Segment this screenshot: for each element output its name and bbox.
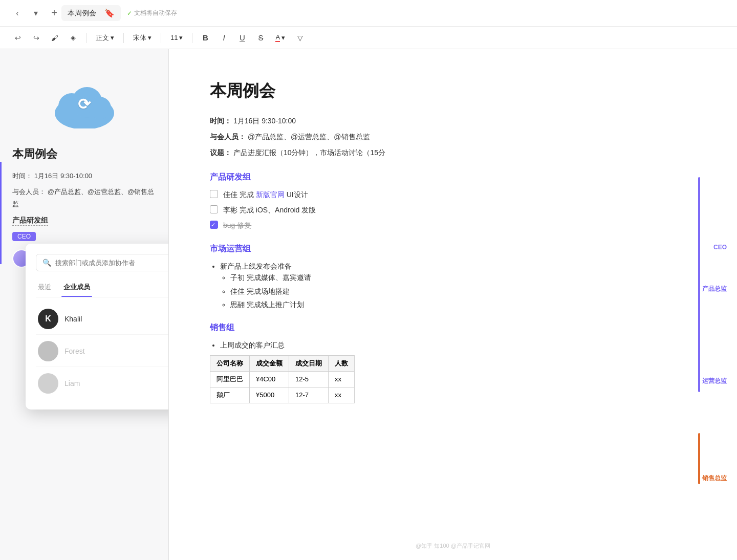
- member-name-khalil: Khalil: [64, 315, 82, 323]
- table-header-count: 人数: [329, 355, 355, 371]
- font-size-dropdown[interactable]: 11 ▾: [166, 32, 187, 44]
- toolbar-left-nav: ‹ ▾ +: [10, 6, 61, 20]
- italic-button[interactable]: I: [216, 30, 231, 46]
- member-name-liam: Liam: [64, 379, 80, 387]
- attendees-strong: 与会人员：: [210, 133, 246, 141]
- format-toolbar: ↩ ↪ 🖌 ◈ 正文 ▾ 宋体 ▾ 11 ▾ B I U S A ▾ ▽: [0, 27, 737, 49]
- left-panel: ⟳ 本周例会 时间： 1月16日 9:30-10:00 与会人员： @产品总监、…: [0, 49, 169, 560]
- clear-format-button[interactable]: ◈: [66, 30, 81, 46]
- font-color-button[interactable]: A ▾: [271, 31, 289, 44]
- section-market: 市场运营组: [210, 244, 696, 254]
- search-input[interactable]: [55, 259, 168, 267]
- link-text[interactable]: 新版官网: [256, 190, 285, 199]
- doc-attendees-line: 与会人员： @产品总监、@运营总监、@销售总监: [210, 131, 696, 143]
- td-date-2: 12-7: [289, 387, 329, 403]
- dropdown-arrow-icon: ▾: [111, 34, 114, 41]
- agenda-strong: 议题：: [210, 148, 231, 157]
- task-text-3: bug 修复: [223, 220, 251, 231]
- purple-bar: [698, 177, 700, 356]
- tab-enterprise-members[interactable]: 企业成员: [61, 279, 92, 297]
- doc-time-value: 1月16日 9:30-10:00: [233, 117, 296, 125]
- ceo-badge: CEO: [12, 232, 36, 241]
- doc-main-title: 本周例会: [210, 80, 696, 102]
- td-count-1: xx: [329, 371, 355, 387]
- sales-bullet-1: 上周成交的客户汇总: [220, 339, 696, 351]
- td-count-2: xx: [329, 387, 355, 403]
- check-circle-icon: ✓: [127, 10, 132, 17]
- add-tab-button[interactable]: +: [47, 6, 61, 20]
- underline-button[interactable]: U: [234, 30, 250, 46]
- td-company-2: 鹅厂: [210, 387, 250, 403]
- member-item-khalil[interactable]: K Khalil: [36, 304, 168, 335]
- doc-agenda-value: 产品进度汇报（10分钟），市场活动讨论（15分: [233, 148, 385, 157]
- divider-4: [192, 33, 192, 43]
- task-item-1: 佳佳 完成 新版官网 UI设计: [210, 189, 696, 200]
- doc-tab-title: 本周例会: [68, 9, 96, 18]
- member-item-forest[interactable]: Forest: [36, 336, 168, 367]
- member-avatar-forest: [38, 341, 58, 361]
- font-dropdown-arrow: ▾: [148, 34, 151, 41]
- doc-attendees-value: @产品总监、@运营总监、@销售总监: [248, 133, 370, 141]
- font-family-dropdown[interactable]: 宋体 ▾: [129, 31, 156, 45]
- time-label: 时间：: [12, 172, 32, 180]
- paint-format-button[interactable]: 🖌: [47, 30, 62, 46]
- task-item-3: bug 修复: [210, 220, 696, 231]
- member-avatar-liam: [38, 373, 58, 394]
- back-button[interactable]: ‹: [10, 6, 25, 20]
- dropdown-button[interactable]: ▾: [29, 6, 43, 20]
- paint-icon: 🖌: [51, 34, 58, 42]
- search-bar[interactable]: 🔍 ✕: [36, 254, 168, 271]
- member-list: K Khalil Forest Liam: [36, 304, 168, 399]
- orange-bar: [698, 433, 700, 484]
- undo-button[interactable]: ↩: [10, 30, 26, 46]
- annot-ops: 运营总监: [702, 377, 727, 385]
- checkbox-1[interactable]: [210, 190, 218, 198]
- tab-recent[interactable]: 最近: [36, 279, 53, 297]
- time-strong: 时间：: [210, 117, 231, 125]
- td-date-1: 12-5: [289, 371, 329, 387]
- search-icon: 🔍: [42, 259, 51, 267]
- undo-icon: ↩: [15, 34, 21, 42]
- section-sales: 销售组: [210, 322, 696, 333]
- highlight-button[interactable]: ▽: [292, 30, 308, 46]
- checkbox-2[interactable]: [210, 205, 218, 213]
- sub-item-2: 佳佳 完成场地搭建: [230, 286, 696, 297]
- doc-title-tab[interactable]: 本周例会 🔖: [61, 5, 121, 21]
- td-amount-2: ¥5000: [250, 387, 289, 403]
- left-accent-bar: [0, 162, 2, 264]
- font-color-icon: A: [275, 33, 280, 42]
- right-panel: CEO 产品总监 运营总监 销售总监 本周例会 时间： 1月16日 9:30-1…: [169, 49, 737, 560]
- preview-attendees: 与会人员： @产品总监、@运营总监、@销售总监: [12, 186, 156, 210]
- checkbox-3[interactable]: [210, 221, 218, 229]
- preview-time: 时间： 1月16日 9:30-10:00: [12, 170, 156, 182]
- task-text-1: 佳佳 完成 新版官网 UI设计: [223, 189, 308, 200]
- table-header-company: 公司名称: [210, 355, 250, 371]
- top-toolbar: ‹ ▾ + 本周例会 🔖 ✓ 文档将自动保存: [0, 0, 737, 27]
- annot-ceo: CEO: [713, 244, 727, 251]
- text-style-dropdown[interactable]: 正文 ▾: [92, 31, 118, 45]
- task-text-2: 李彬 完成 iOS、Android 发版: [223, 204, 316, 216]
- divider-2: [123, 33, 124, 43]
- table-header-amount: 成交金额: [250, 355, 289, 371]
- market-sub-list: 子初 完成媒体、嘉宾邀请 佳佳 完成场地搭建 思翮 完成线上推广计划: [230, 272, 696, 310]
- member-name-forest: Forest: [64, 347, 85, 355]
- redo-icon: ↪: [33, 34, 39, 42]
- strikethrough-button[interactable]: S: [253, 30, 268, 46]
- cloud-sync-area: ⟳: [51, 80, 118, 131]
- td-amount-1: ¥4C00: [250, 371, 289, 387]
- annot-prod: 产品总监: [702, 285, 727, 293]
- redo-button[interactable]: ↪: [29, 30, 44, 46]
- size-dropdown-arrow: ▾: [179, 34, 183, 41]
- watermark: @知乎 知100 @产品手记官网: [416, 542, 490, 550]
- attendees-label: 与会人员：: [12, 188, 46, 196]
- bold-button[interactable]: B: [198, 30, 213, 46]
- sync-arrows-icon: ⟳: [78, 95, 91, 113]
- doc-agenda-line: 议题： 产品进度汇报（10分钟），市场活动讨论（15分: [210, 146, 696, 159]
- section-product: 产品研发组: [210, 172, 696, 183]
- member-item-liam[interactable]: Liam: [36, 368, 168, 399]
- bookmark-icon: 🔖: [104, 8, 115, 18]
- sales-bullet-list: 上周成交的客户汇总: [220, 339, 696, 351]
- member-tabs: 最近 企业成员: [36, 279, 168, 297]
- task-item-2: 李彬 完成 iOS、Android 发版: [210, 204, 696, 216]
- main-area: ⟳ 本周例会 时间： 1月16日 9:30-10:00 与会人员： @产品总监、…: [0, 49, 737, 560]
